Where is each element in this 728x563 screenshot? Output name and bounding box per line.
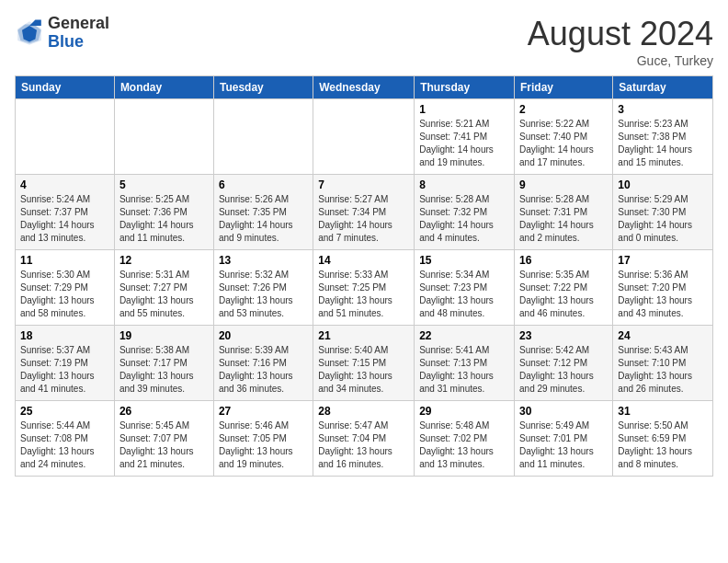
day-info: Sunrise: 5:24 AM Sunset: 7:37 PM Dayligh… (20, 193, 109, 245)
title-block: August 2024 Guce, Turkey (528, 15, 713, 68)
calendar-day-cell: 26Sunrise: 5:45 AM Sunset: 7:07 PM Dayli… (114, 401, 213, 477)
calendar-day-cell: 1Sunrise: 5:21 AM Sunset: 7:41 PM Daylig… (415, 99, 515, 175)
calendar-day-cell: 20Sunrise: 5:39 AM Sunset: 7:16 PM Dayli… (213, 326, 313, 401)
day-number: 12 (119, 254, 209, 267)
day-number: 24 (618, 329, 708, 342)
day-info: Sunrise: 5:48 AM Sunset: 7:02 PM Dayligh… (419, 419, 509, 471)
calendar-day-cell (313, 99, 415, 175)
calendar-day-cell: 8Sunrise: 5:28 AM Sunset: 7:32 PM Daylig… (415, 175, 515, 250)
calendar-day-cell: 16Sunrise: 5:35 AM Sunset: 7:22 PM Dayli… (515, 250, 613, 326)
weekday-header: Tuesday (213, 76, 313, 99)
day-number: 5 (119, 178, 209, 191)
calendar-day-cell: 21Sunrise: 5:40 AM Sunset: 7:15 PM Dayli… (313, 326, 415, 401)
day-info: Sunrise: 5:37 AM Sunset: 7:19 PM Dayligh… (20, 344, 109, 396)
day-number: 1 (419, 103, 509, 116)
day-info: Sunrise: 5:45 AM Sunset: 7:07 PM Dayligh… (119, 419, 209, 471)
day-info: Sunrise: 5:44 AM Sunset: 7:08 PM Dayligh… (20, 419, 109, 471)
calendar-day-cell: 27Sunrise: 5:46 AM Sunset: 7:05 PM Dayli… (213, 401, 313, 477)
day-number: 21 (318, 329, 409, 342)
day-number: 9 (519, 178, 608, 191)
day-number: 14 (318, 254, 409, 267)
page-header: General Blue August 2024 Guce, Turkey (15, 15, 713, 68)
day-info: Sunrise: 5:32 AM Sunset: 7:26 PM Dayligh… (219, 269, 308, 320)
weekday-header: Thursday (415, 76, 515, 99)
day-number: 26 (119, 405, 209, 418)
day-info: Sunrise: 5:25 AM Sunset: 7:36 PM Dayligh… (119, 193, 209, 245)
day-number: 30 (519, 405, 608, 418)
logo: General Blue (15, 15, 109, 52)
day-info: Sunrise: 5:46 AM Sunset: 7:05 PM Dayligh… (219, 419, 308, 471)
location-subtitle: Guce, Turkey (528, 53, 713, 68)
weekday-header: Monday (114, 76, 213, 99)
logo-icon (15, 18, 44, 48)
day-info: Sunrise: 5:22 AM Sunset: 7:40 PM Dayligh… (519, 118, 608, 169)
calendar-week-row: 18Sunrise: 5:37 AM Sunset: 7:19 PM Dayli… (16, 326, 713, 401)
day-info: Sunrise: 5:33 AM Sunset: 7:25 PM Dayligh… (318, 269, 409, 320)
calendar-day-cell: 13Sunrise: 5:32 AM Sunset: 7:26 PM Dayli… (213, 250, 313, 326)
day-number: 13 (219, 254, 308, 267)
day-number: 20 (219, 329, 308, 342)
day-info: Sunrise: 5:41 AM Sunset: 7:13 PM Dayligh… (419, 344, 509, 396)
calendar-day-cell: 5Sunrise: 5:25 AM Sunset: 7:36 PM Daylig… (114, 175, 213, 250)
day-number: 15 (419, 254, 509, 267)
day-number: 25 (20, 405, 109, 418)
calendar-day-cell (16, 99, 115, 175)
day-info: Sunrise: 5:26 AM Sunset: 7:35 PM Dayligh… (219, 193, 308, 245)
day-info: Sunrise: 5:21 AM Sunset: 7:41 PM Dayligh… (419, 118, 509, 169)
day-number: 29 (419, 405, 509, 418)
calendar-day-cell: 10Sunrise: 5:29 AM Sunset: 7:30 PM Dayli… (613, 175, 713, 250)
day-info: Sunrise: 5:50 AM Sunset: 6:59 PM Dayligh… (618, 419, 708, 471)
calendar-day-cell: 31Sunrise: 5:50 AM Sunset: 6:59 PM Dayli… (613, 401, 713, 477)
day-number: 10 (618, 178, 708, 191)
calendar-day-cell: 4Sunrise: 5:24 AM Sunset: 7:37 PM Daylig… (16, 175, 115, 250)
day-info: Sunrise: 5:29 AM Sunset: 7:30 PM Dayligh… (618, 193, 708, 245)
calendar-day-cell: 9Sunrise: 5:28 AM Sunset: 7:31 PM Daylig… (515, 175, 613, 250)
day-number: 2 (519, 103, 608, 116)
calendar-day-cell (213, 99, 313, 175)
weekday-header-row: SundayMondayTuesdayWednesdayThursdayFrid… (16, 76, 713, 99)
day-number: 4 (20, 178, 109, 191)
day-info: Sunrise: 5:30 AM Sunset: 7:29 PM Dayligh… (20, 269, 109, 320)
calendar-day-cell: 30Sunrise: 5:49 AM Sunset: 7:01 PM Dayli… (515, 401, 613, 477)
calendar-day-cell: 24Sunrise: 5:43 AM Sunset: 7:10 PM Dayli… (613, 326, 713, 401)
calendar-day-cell: 18Sunrise: 5:37 AM Sunset: 7:19 PM Dayli… (16, 326, 115, 401)
day-number: 17 (618, 254, 708, 267)
day-number: 22 (419, 329, 509, 342)
day-number: 7 (318, 178, 409, 191)
day-info: Sunrise: 5:34 AM Sunset: 7:23 PM Dayligh… (419, 269, 509, 320)
calendar-day-cell: 2Sunrise: 5:22 AM Sunset: 7:40 PM Daylig… (515, 99, 613, 175)
calendar-day-cell: 15Sunrise: 5:34 AM Sunset: 7:23 PM Dayli… (415, 250, 515, 326)
day-info: Sunrise: 5:36 AM Sunset: 7:20 PM Dayligh… (618, 269, 708, 320)
calendar-day-cell: 12Sunrise: 5:31 AM Sunset: 7:27 PM Dayli… (114, 250, 213, 326)
calendar-day-cell: 28Sunrise: 5:47 AM Sunset: 7:04 PM Dayli… (313, 401, 415, 477)
day-info: Sunrise: 5:31 AM Sunset: 7:27 PM Dayligh… (119, 269, 209, 320)
calendar-day-cell: 23Sunrise: 5:42 AM Sunset: 7:12 PM Dayli… (515, 326, 613, 401)
calendar-day-cell: 22Sunrise: 5:41 AM Sunset: 7:13 PM Dayli… (415, 326, 515, 401)
calendar-day-cell: 14Sunrise: 5:33 AM Sunset: 7:25 PM Dayli… (313, 250, 415, 326)
day-info: Sunrise: 5:38 AM Sunset: 7:17 PM Dayligh… (119, 344, 209, 396)
calendar-table: SundayMondayTuesdayWednesdayThursdayFrid… (15, 75, 713, 477)
calendar-day-cell: 6Sunrise: 5:26 AM Sunset: 7:35 PM Daylig… (213, 175, 313, 250)
calendar-week-row: 1Sunrise: 5:21 AM Sunset: 7:41 PM Daylig… (16, 99, 713, 175)
day-info: Sunrise: 5:28 AM Sunset: 7:32 PM Dayligh… (419, 193, 509, 245)
calendar-day-cell: 29Sunrise: 5:48 AM Sunset: 7:02 PM Dayli… (415, 401, 515, 477)
day-number: 19 (119, 329, 209, 342)
weekday-header: Sunday (16, 76, 115, 99)
day-info: Sunrise: 5:42 AM Sunset: 7:12 PM Dayligh… (519, 344, 608, 396)
day-info: Sunrise: 5:49 AM Sunset: 7:01 PM Dayligh… (519, 419, 608, 471)
day-number: 31 (618, 405, 708, 418)
day-info: Sunrise: 5:27 AM Sunset: 7:34 PM Dayligh… (318, 193, 409, 245)
day-number: 3 (618, 103, 708, 116)
day-info: Sunrise: 5:35 AM Sunset: 7:22 PM Dayligh… (519, 269, 608, 320)
weekday-header: Friday (515, 76, 613, 99)
calendar-day-cell: 7Sunrise: 5:27 AM Sunset: 7:34 PM Daylig… (313, 175, 415, 250)
day-number: 28 (318, 405, 409, 418)
day-info: Sunrise: 5:28 AM Sunset: 7:31 PM Dayligh… (519, 193, 608, 245)
month-title: August 2024 (528, 15, 713, 53)
calendar-day-cell: 25Sunrise: 5:44 AM Sunset: 7:08 PM Dayli… (16, 401, 115, 477)
day-number: 27 (219, 405, 308, 418)
day-number: 11 (20, 254, 109, 267)
logo-text: General Blue (48, 15, 109, 52)
day-number: 16 (519, 254, 608, 267)
day-number: 18 (20, 329, 109, 342)
